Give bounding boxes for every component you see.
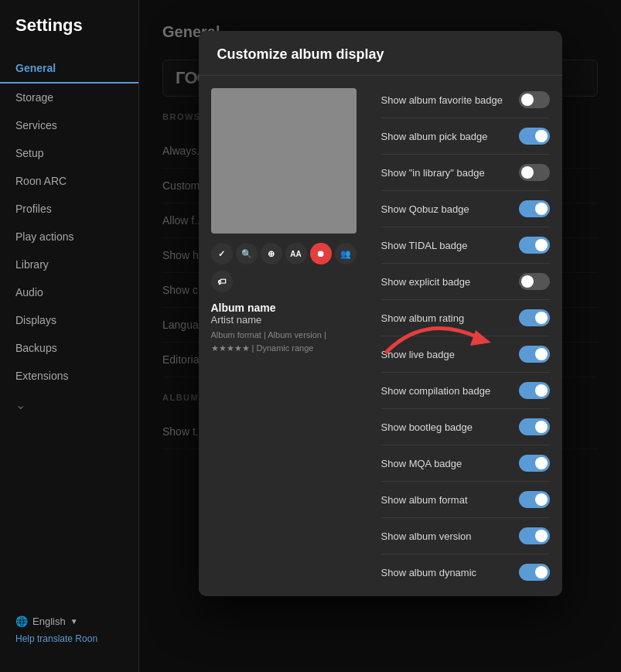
toggle-mqa-badge-switch[interactable]: [519, 455, 550, 472]
toggle-tidal-badge-switch[interactable]: [519, 237, 550, 254]
sidebar-item-audio[interactable]: Audio: [0, 278, 138, 306]
sidebar-item-setup[interactable]: Setup: [0, 139, 138, 167]
album-artist: Artist name: [211, 314, 357, 326]
toggle-in-library-badge-switch[interactable]: [519, 164, 550, 181]
sidebar-item-backups[interactable]: Backups: [0, 334, 138, 362]
toggle-album-rating-switch[interactable]: [519, 309, 550, 326]
sidebar-item-chevron[interactable]: ⌄: [0, 390, 138, 420]
toggle-qobuz-badge: Show Qobuz badge: [381, 191, 550, 227]
toggle-album-format-switch[interactable]: [519, 491, 550, 508]
album-badges: ✓ 🔍 ⊕ AA ⏺ 👥 🏷: [211, 243, 357, 292]
sidebar-item-services[interactable]: Services: [0, 111, 138, 139]
album-art: [211, 88, 357, 234]
modal-title: Customize album display: [217, 46, 544, 63]
toggle-pick-badge-switch[interactable]: [519, 128, 550, 145]
badge-dots: ⊕: [261, 243, 282, 264]
customize-modal: Customize album display ✓ 🔍 ⊕ AA ⏺ 👥 🏷: [199, 31, 562, 596]
badge-aa: AA: [285, 243, 307, 264]
badge-search: 🔍: [236, 243, 258, 264]
toggle-mqa-badge: Show MQA badge: [381, 445, 550, 482]
chevron-icon: ▼: [70, 617, 78, 626]
badge-check: ✓: [211, 243, 233, 264]
language-selector[interactable]: 🌐 English ▼: [15, 616, 123, 627]
sidebar-item-play-actions[interactable]: Play actions: [0, 223, 138, 251]
toggle-bootleg-badge-switch[interactable]: [519, 418, 550, 435]
sidebar-item-roon-arc[interactable]: Roon ARC: [0, 167, 138, 195]
sidebar-item-library[interactable]: Library: [0, 251, 138, 278]
settings-list: Show album favorite badge Show album pic…: [369, 76, 562, 596]
toggle-album-version-switch[interactable]: [519, 527, 550, 544]
sidebar-title: Settings: [0, 15, 138, 54]
toggle-explicit-badge: Show explicit badge: [381, 264, 550, 300]
toggle-album-format: Show album format: [381, 482, 550, 518]
sidebar-bottom: 🌐 English ▼ Help translate Roon: [0, 603, 138, 657]
badge-tag: 🏷: [211, 271, 233, 292]
album-meta: Album format | Album version | ★★★★★ | D…: [211, 329, 357, 354]
toggle-explicit-badge-switch[interactable]: [519, 273, 550, 290]
modal-overlay: Customize album display ✓ 🔍 ⊕ AA ⏺ 👥 🏷: [139, 0, 621, 672]
badge-people: 👥: [335, 243, 357, 264]
modal-body: ✓ 🔍 ⊕ AA ⏺ 👥 🏷 Album name Artist name Al…: [199, 76, 562, 596]
help-translate-link[interactable]: Help translate Roon: [15, 633, 123, 644]
toggle-tidal-badge: Show TIDAL badge: [381, 227, 550, 264]
toggle-live-badge: Show live badge: [381, 336, 550, 373]
toggle-compilation-badge-switch[interactable]: [519, 382, 550, 399]
toggle-album-version: Show album version: [381, 518, 550, 554]
toggle-bootleg-badge: Show bootleg badge: [381, 409, 550, 445]
album-info: Album name Artist name Album format | Al…: [211, 302, 357, 354]
sidebar-item-general[interactable]: General: [0, 54, 138, 84]
toggle-favorite-badge-switch[interactable]: [519, 91, 550, 108]
toggle-favorite-badge: Show album favorite badge: [381, 82, 550, 118]
sidebar-item-profiles[interactable]: Profiles: [0, 195, 138, 223]
sidebar: Settings General Storage Services Setup …: [0, 0, 139, 672]
album-name: Album name: [211, 302, 357, 314]
toggle-album-rating: Show album rating: [381, 300, 550, 336]
language-label: English: [32, 616, 66, 627]
toggle-qobuz-badge-switch[interactable]: [519, 200, 550, 217]
sidebar-item-storage[interactable]: Storage: [0, 84, 138, 111]
toggle-compilation-badge: Show compilation badge: [381, 373, 550, 409]
main-content: General ГOC BROWS... Always... Custom...…: [139, 0, 621, 672]
globe-icon: 🌐: [15, 616, 28, 627]
toggle-in-library-badge: Show "in library" badge: [381, 155, 550, 191]
badge-record: ⏺: [310, 243, 332, 264]
toggle-pick-badge: Show album pick badge: [381, 118, 550, 155]
toggle-album-dynamic-switch[interactable]: [519, 564, 550, 581]
album-preview: ✓ 🔍 ⊕ AA ⏺ 👥 🏷 Album name Artist name Al…: [199, 76, 369, 596]
toggle-live-badge-switch[interactable]: [519, 346, 550, 363]
sidebar-item-displays[interactable]: Displays: [0, 306, 138, 334]
modal-header: Customize album display: [199, 31, 562, 76]
sidebar-item-extensions[interactable]: Extensions: [0, 362, 138, 390]
toggle-album-dynamic: Show album dynamic: [381, 554, 550, 590]
